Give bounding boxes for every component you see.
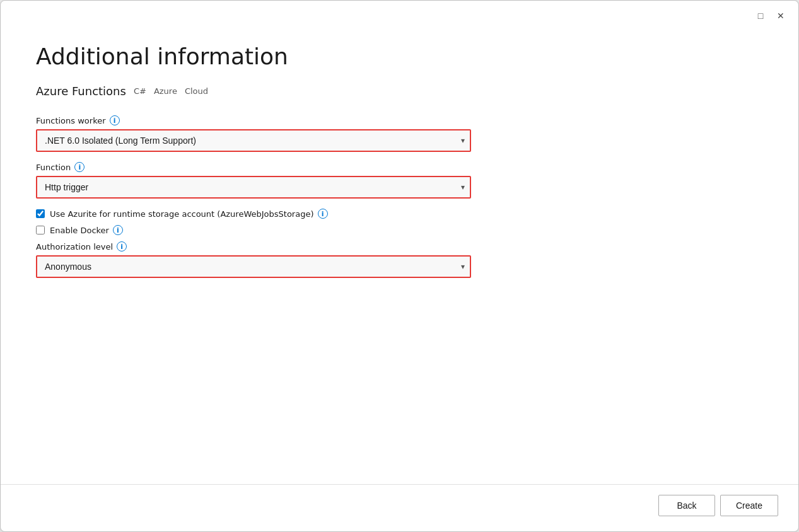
subtitle-main: Azure Functions [36, 84, 126, 98]
function-label: Function i [36, 162, 763, 172]
enable-docker-row: Enable Docker i [36, 225, 763, 235]
functions-worker-label: Functions worker i [36, 115, 763, 125]
functions-worker-select[interactable]: .NET 6.0 Isolated (Long Term Support) .N… [36, 129, 471, 152]
authorization-level-label-text: Authorization level [36, 242, 113, 252]
functions-worker-group: Functions worker i .NET 6.0 Isolated (Lo… [36, 115, 763, 152]
functions-worker-info-icon[interactable]: i [110, 115, 120, 125]
function-label-text: Function [36, 163, 71, 172]
back-button[interactable]: Back [658, 495, 715, 516]
form-section: Functions worker i .NET 6.0 Isolated (Lo… [36, 115, 763, 288]
close-button[interactable]: ✕ [773, 8, 788, 23]
authorization-level-group: Authorization level i Anonymous Function… [36, 241, 763, 278]
maximize-button[interactable]: □ [753, 8, 768, 23]
create-button[interactable]: Create [720, 495, 778, 516]
enable-docker-label[interactable]: Enable Docker i [50, 225, 123, 235]
function-select-wrapper: Http trigger Timer trigger Queue trigger… [36, 176, 471, 199]
function-group: Function i Http trigger Timer trigger Qu… [36, 162, 763, 199]
use-azurite-info-icon[interactable]: i [318, 209, 328, 219]
authorization-level-label: Authorization level i [36, 241, 763, 252]
use-azurite-label-text: Use Azurite for runtime storage account … [50, 209, 314, 219]
main-content: Additional information Azure Functions C… [1, 23, 798, 484]
authorization-level-select[interactable]: Anonymous Function Admin [36, 255, 471, 278]
subtitle-row: Azure Functions C# Azure Cloud [36, 84, 763, 98]
subtitle-tag-csharp: C# [134, 86, 146, 96]
functions-worker-select-wrapper: .NET 6.0 Isolated (Long Term Support) .N… [36, 129, 471, 152]
dialog-window: □ ✕ Additional information Azure Functio… [0, 0, 799, 532]
title-bar: □ ✕ [1, 1, 798, 23]
enable-docker-label-text: Enable Docker [50, 226, 109, 235]
use-azurite-checkbox[interactable] [36, 209, 45, 218]
page-title: Additional information [36, 43, 763, 69]
function-info-icon[interactable]: i [74, 162, 85, 172]
authorization-level-info-icon[interactable]: i [117, 241, 127, 252]
function-select[interactable]: Http trigger Timer trigger Queue trigger… [36, 176, 471, 199]
footer: Back Create [1, 485, 798, 531]
subtitle-tag-cloud: Cloud [185, 86, 208, 96]
enable-docker-checkbox[interactable] [36, 226, 45, 234]
functions-worker-label-text: Functions worker [36, 116, 106, 125]
enable-docker-info-icon[interactable]: i [113, 225, 123, 235]
authorization-level-select-wrapper: Anonymous Function Admin ▾ [36, 255, 471, 278]
subtitle-tag-azure: Azure [154, 86, 177, 96]
use-azurite-label[interactable]: Use Azurite for runtime storage account … [50, 209, 328, 219]
use-azurite-row: Use Azurite for runtime storage account … [36, 209, 763, 219]
